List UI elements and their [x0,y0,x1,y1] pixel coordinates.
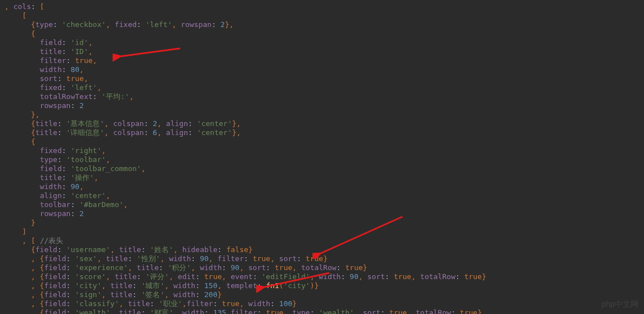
code-token: : [70,209,79,218]
code-token: { [31,29,35,38]
code-token: : [150,299,159,308]
code-token: }, [31,110,40,119]
code-token: , [106,155,110,164]
code-line: toolbar: '#barDemo', [5,200,639,209]
code-token: 'checkbox' [62,20,106,29]
code-token: , { [31,281,44,290]
code-token: , [157,128,166,137]
code-token: : [66,263,75,272]
code-token: title [137,263,159,272]
code-token: sort [248,263,266,272]
code-token: : [213,299,222,308]
code-token: : [257,281,266,290]
code-token: : [337,263,346,272]
code-token: ] [22,227,26,236]
code-token: '积分' [168,263,191,272]
code-token: : [62,83,71,92]
code-token: )} [310,281,319,290]
code-token: 'wealth' [75,308,110,314]
code-token: : [253,272,262,281]
code-token: templet [226,281,257,290]
code-token [5,29,31,38]
code-token: width [182,308,204,314]
code-token: , [88,38,93,47]
code-token: title [35,128,57,137]
code-token: width [40,65,62,74]
code-token: hideable [182,245,218,254]
code-token: , [106,20,115,29]
code-token: { [31,137,35,146]
code-token: , [191,263,200,272]
code-token: 'center' [70,191,106,200]
code-token: : [66,254,75,263]
code-line: field: 'id', [5,38,639,47]
code-token: width [319,272,341,281]
code-token: '城市' [141,281,165,290]
code-token: 'sign' [75,290,101,299]
code-token: : [66,56,75,65]
code-token: : [132,290,141,299]
code-token: , [310,272,319,281]
code-token: '操作' [70,173,94,182]
code-token: } [248,245,253,254]
code-token: true [275,263,292,272]
code-line: {type: 'checkbox', fixed: 'left', rowspa… [5,20,639,29]
code-token: : [266,263,275,272]
code-token: true [390,308,407,314]
code-line: width: 80, [5,65,639,74]
code-token: filter [217,254,244,263]
code-token: : [341,272,350,281]
code-token: { [31,245,35,254]
code-token: , [119,299,128,308]
code-line: rowspan: 2 [5,101,639,110]
code-token: filter [231,308,257,314]
code-token: field [44,308,66,314]
code-token: : [385,272,394,281]
code-token: 'ID' [70,47,88,56]
code-token [5,101,40,110]
code-token: rowspan [40,101,71,110]
code-token: : [270,299,279,308]
code-token: field [40,164,62,173]
code-token: : [195,290,204,299]
code-token: } [323,254,328,263]
code-token: , [270,254,279,263]
code-token: 90 [350,272,359,281]
code-token: , [222,272,231,281]
code-token: } [217,290,222,299]
code-line: align: 'center', [5,191,639,200]
code-token [5,56,40,65]
code-token: field [44,263,66,272]
code-token: '#barDemo' [79,200,123,209]
code-token: , [123,200,128,209]
code-token: , [106,191,110,200]
code-token: cols [14,2,31,11]
code-token: , [239,299,248,308]
code-token [5,155,40,164]
code-editor[interactable]: , cols: [ [ {type: 'checkbox', fixed: 'l… [5,2,639,314]
code-token: 80 [70,65,79,74]
code-token: align [40,191,62,200]
code-token [5,128,31,137]
code-token [5,92,40,101]
code-token [5,38,40,47]
code-token: 'left' [146,20,172,29]
code-token: field [44,272,66,281]
code-token: : [144,128,153,137]
code-token: , [141,164,146,173]
code-token: { [31,119,35,128]
code-token: , [284,308,293,314]
code-token: width [169,254,191,263]
code-token: 'username' [66,245,110,254]
code-token: , [97,83,101,92]
code-token: , [106,272,115,281]
code-token: : [57,119,66,128]
code-token: '性别' [137,254,160,263]
code-token: { [31,20,35,29]
code-token [5,182,40,191]
code-token: : [62,47,71,56]
code-line: { [5,29,639,38]
code-token: : [66,308,75,314]
code-token: title [40,173,62,182]
code-token: '财富' [150,308,173,314]
